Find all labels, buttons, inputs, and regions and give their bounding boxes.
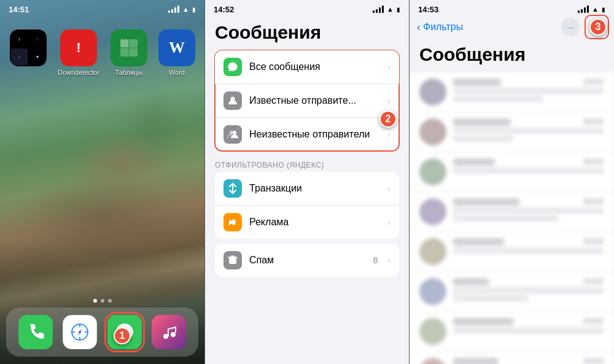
msg-content-7 xyxy=(453,318,604,335)
signal-icon xyxy=(168,6,179,13)
msg-name-6 xyxy=(453,278,489,285)
back-label: Фильтры xyxy=(423,21,463,33)
messages-nav-bar: ‹ Фильтры ··· xyxy=(410,17,614,39)
battery-icon-3: ▮ xyxy=(602,6,605,13)
msg-preview-1b xyxy=(453,96,543,102)
svg-point-13 xyxy=(163,334,168,339)
messages-list-title: Сообщения xyxy=(410,39,614,72)
msg-avatar-3 xyxy=(419,158,446,185)
unknown-senders-chevron: › xyxy=(387,130,391,139)
status-icons-home: ▲ ▮ xyxy=(168,6,196,13)
message-item-1[interactable] xyxy=(410,72,614,112)
msg-avatar-6 xyxy=(419,278,446,305)
msg-name-4 xyxy=(453,198,520,206)
battery-icon: ▮ xyxy=(192,6,196,13)
message-item-4[interactable] xyxy=(410,192,614,232)
msg-content-8 xyxy=(453,358,604,364)
svg-rect-3 xyxy=(120,48,128,56)
msg-preview-6b xyxy=(453,295,529,301)
status-bar-filter: 14:52 ▲ ▮ xyxy=(205,0,409,17)
spam-section: Спам 8 › xyxy=(215,244,399,277)
svg-marker-12 xyxy=(77,330,82,337)
transactions-row[interactable]: Транзакции › xyxy=(215,172,399,205)
music-dock-icon[interactable] xyxy=(152,315,186,349)
message-item-5[interactable] xyxy=(410,232,614,272)
all-messages-row[interactable]: Все сообщения › xyxy=(215,50,399,83)
phone-dock-icon[interactable] xyxy=(18,315,53,349)
spam-chevron: › xyxy=(387,255,391,265)
msg-avatar-4 xyxy=(419,198,446,225)
spam-icon xyxy=(223,251,242,269)
ads-row[interactable]: Реклама › xyxy=(215,205,399,239)
step-badge-3: 3 xyxy=(589,18,607,36)
msg-time-1 xyxy=(583,79,604,85)
svg-point-17 xyxy=(233,131,236,134)
message-item-3[interactable] xyxy=(410,152,614,192)
msg-name-7 xyxy=(453,318,514,325)
messages-filter-title: Сообщения xyxy=(205,17,409,50)
msg-name-row-5 xyxy=(453,238,604,246)
more-button[interactable]: ··· xyxy=(561,18,580,36)
back-button[interactable]: ‹ Фильтры xyxy=(417,21,463,34)
step-badge-1: 1 xyxy=(114,327,131,344)
msg-time-7 xyxy=(583,318,604,324)
unknown-senders-row[interactable]: Неизвестные отправители › xyxy=(215,117,399,151)
safari-dock-icon[interactable] xyxy=(63,315,97,349)
msg-time-2 xyxy=(583,118,604,125)
message-item-8[interactable] xyxy=(410,352,614,364)
message-item-7[interactable] xyxy=(410,312,614,352)
ads-chevron: › xyxy=(387,217,391,227)
svg-rect-1 xyxy=(120,39,128,47)
tiktok-cluster-wrap[interactable]: ♪ ♪ ♪ ✦ xyxy=(10,29,47,76)
msg-time-5 xyxy=(583,238,604,244)
messages-filter-screen: 14:52 ▲ ▮ Сообщения xyxy=(204,0,410,364)
all-messages-label: Все сообщения xyxy=(249,61,380,72)
message-item-6[interactable] xyxy=(410,272,614,312)
step-badge-2: 2 xyxy=(379,110,397,128)
tables-app[interactable]: Таблицы xyxy=(111,29,147,76)
all-messages-chevron: › xyxy=(387,62,391,72)
msg-name-row-3 xyxy=(453,158,604,166)
msg-preview-7a xyxy=(453,327,604,333)
tables-icon xyxy=(111,29,147,66)
filtered-section-header: ОТФИЛЬТРОВАНО (ЯНДЕКС) xyxy=(205,156,409,172)
battery-icon-2: ▮ xyxy=(397,6,400,13)
spam-row[interactable]: Спам 8 › xyxy=(215,244,399,277)
msg-content-4 xyxy=(453,198,604,223)
msg-time-8 xyxy=(583,358,604,364)
msg-time-3 xyxy=(583,158,604,165)
msg-name-row-6 xyxy=(453,278,604,285)
status-icons-list: ▲ ▮ xyxy=(578,6,605,13)
tables-label: Таблицы xyxy=(115,69,142,76)
unknown-senders-label: Неизвестные отправители xyxy=(249,129,380,140)
msg-name-row-8 xyxy=(453,358,604,364)
main-filter-section: Все сообщения › Известные отправите... › xyxy=(215,50,399,151)
ads-label: Реклама xyxy=(249,217,380,228)
time-home: 14:51 xyxy=(9,5,29,14)
more-icon: ··· xyxy=(567,23,574,32)
msg-name-row-4 xyxy=(453,198,604,206)
msg-avatar-8 xyxy=(419,358,446,364)
msg-avatar-2 xyxy=(419,118,446,145)
page-dot-2 xyxy=(101,299,104,303)
word-app[interactable]: W Word xyxy=(158,29,195,76)
msg-avatar-1 xyxy=(419,79,446,106)
messages-list-screen: 14:53 ▲ ▮ ‹ Фильтры ··· xyxy=(410,0,614,364)
page-dots xyxy=(0,299,204,303)
ads-icon xyxy=(223,213,242,231)
msg-name-2 xyxy=(453,118,511,126)
back-chevron-icon: ‹ xyxy=(417,21,421,34)
downdetector-label: Downdetector xyxy=(58,69,99,76)
downdetector-app[interactable]: ! Downdetector xyxy=(58,29,99,76)
msg-name-row-7 xyxy=(453,318,604,325)
msg-preview-5a xyxy=(453,247,604,254)
status-bar-list: 14:53 ▲ ▮ xyxy=(410,0,614,17)
message-item-2[interactable] xyxy=(410,112,614,152)
msg-content-5 xyxy=(453,238,604,255)
known-senders-chevron: › xyxy=(387,96,391,106)
msg-preview-4b xyxy=(453,215,559,222)
msg-name-row-1 xyxy=(453,79,604,86)
msg-time-4 xyxy=(583,198,604,204)
msg-preview-1a xyxy=(453,88,604,94)
known-senders-row[interactable]: Известные отправите... › xyxy=(215,83,399,117)
